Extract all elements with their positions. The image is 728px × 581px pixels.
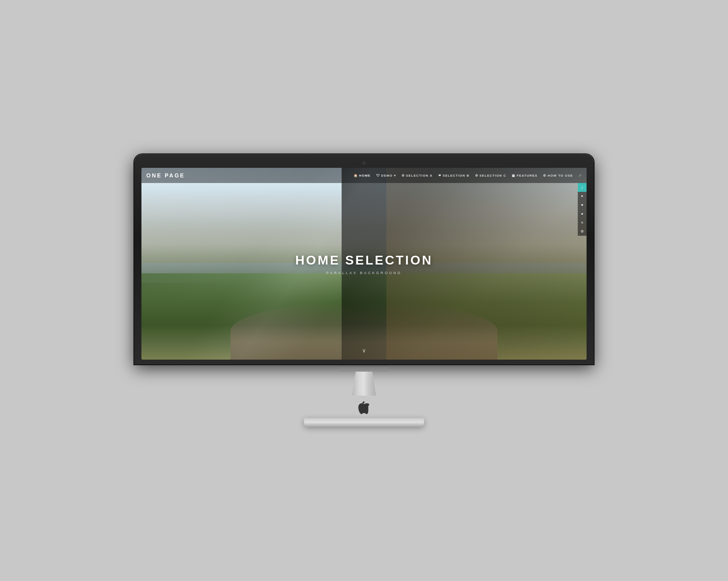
screen: ONE PAGE 🏠 HOME 🛡 DEMO ▾ ⚙ xyxy=(141,168,587,360)
sidebar-list[interactable]: ≡ xyxy=(578,218,587,227)
sidebar-circle-icon: ● xyxy=(581,212,583,216)
sidebar-circle[interactable]: ● xyxy=(578,209,587,218)
hero-subtitle: PARALLAX BACKGROUND xyxy=(295,271,433,275)
sidebar-list-icon: ≡ xyxy=(581,221,583,225)
sidebar-stars[interactable]: ✦ xyxy=(578,192,587,201)
selection-a-icon: ⚙ xyxy=(402,174,405,177)
stand-base xyxy=(304,418,424,427)
nav-home[interactable]: 🏠 HOME xyxy=(354,174,371,177)
sidebar-gear-icon: ⚙ xyxy=(581,229,584,233)
apple-logo xyxy=(356,399,372,415)
sidebar-stars-icon: ✦ xyxy=(581,194,584,198)
stand-connector xyxy=(340,364,388,372)
monitor-wrapper: ONE PAGE 🏠 HOME 🛡 DEMO ▾ ⚙ xyxy=(124,154,604,427)
nav-selection-c[interactable]: ⚙ SELECTION C xyxy=(475,174,506,177)
hero-content: HOME SELECTION PARALLAX BACKGROUND xyxy=(295,253,433,275)
nav-expand[interactable]: ⤢ xyxy=(579,173,582,177)
stand-neck xyxy=(352,372,376,396)
hero-title: HOME SELECTION xyxy=(295,253,433,268)
sidebar: ⌂ ✦ ♥ ● ≡ ⚙ xyxy=(578,183,587,236)
sidebar-home-icon: ⌂ xyxy=(581,185,583,189)
navbar: ONE PAGE 🏠 HOME 🛡 DEMO ▾ ⚙ xyxy=(141,168,587,183)
nav-selection-a[interactable]: ⚙ SELECTION A xyxy=(402,174,433,177)
nav-demo[interactable]: 🛡 DEMO ▾ xyxy=(376,174,396,177)
scroll-arrow[interactable]: ∨ xyxy=(362,347,366,354)
sidebar-home[interactable]: ⌂ xyxy=(578,183,587,192)
sidebar-heart[interactable]: ♥ xyxy=(578,201,587,209)
nav-links: 🏠 HOME 🛡 DEMO ▾ ⚙ SELECTION A xyxy=(354,173,582,177)
site-logo: ONE PAGE xyxy=(146,172,185,179)
demo-icon: 🛡 xyxy=(376,174,380,177)
chevron-down-icon: ∨ xyxy=(362,347,366,354)
dropdown-arrow: ▾ xyxy=(394,174,396,177)
how-to-use-icon: ⚙ xyxy=(543,174,546,177)
screen-bezel: ONE PAGE 🏠 HOME 🛡 DEMO ▾ ⚙ xyxy=(141,168,587,360)
selection-b-icon: ❤ xyxy=(438,174,442,177)
nav-how-to-use[interactable]: ⚙ HOW TO USE xyxy=(543,174,573,177)
camera-dot xyxy=(362,161,366,165)
nav-selection-b[interactable]: ❤ SELECTION B xyxy=(438,174,469,177)
nav-features[interactable]: ▦ FEATURES xyxy=(512,174,537,177)
home-icon: 🏠 xyxy=(354,174,358,177)
sidebar-heart-icon: ♥ xyxy=(581,203,583,207)
sidebar-gear[interactable]: ⚙ xyxy=(578,227,587,236)
selection-c-icon: ⚙ xyxy=(475,174,478,177)
monitor-body: ONE PAGE 🏠 HOME 🛡 DEMO ▾ ⚙ xyxy=(134,154,594,364)
features-icon: ▦ xyxy=(512,174,515,177)
